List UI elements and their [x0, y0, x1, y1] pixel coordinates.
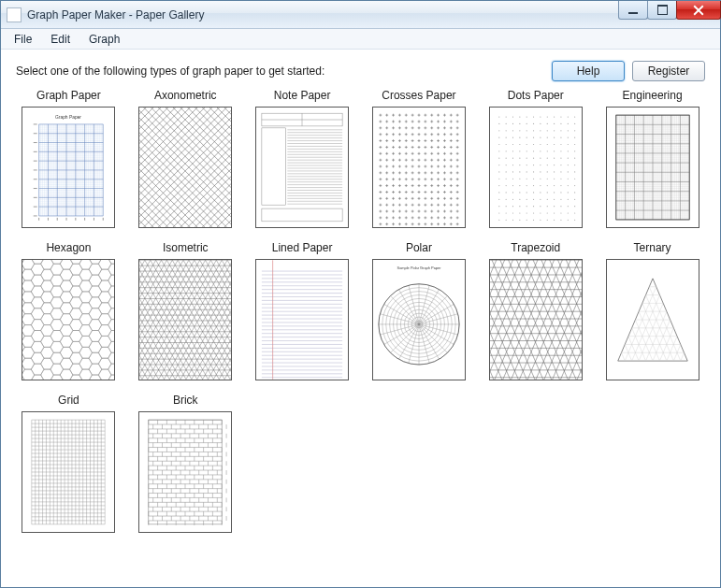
svg-line-204 — [139, 108, 231, 227]
svg-point-912 — [560, 206, 561, 207]
svg-point-920 — [533, 212, 534, 213]
svg-line-1143 — [142, 260, 211, 379]
svg-point-854 — [574, 171, 575, 172]
paper-item-lined[interactable]: Lined Paper — [253, 241, 352, 380]
svg-point-752 — [533, 117, 534, 118]
svg-point-929 — [512, 220, 513, 221]
paper-item-isometric[interactable]: Isometric — [137, 241, 235, 380]
menu-graph[interactable]: Graph — [81, 31, 127, 48]
svg-point-897 — [540, 199, 541, 200]
svg-line-1092 — [151, 260, 220, 379]
paper-thumbnail[interactable] — [255, 259, 349, 380]
svg-point-756 — [560, 117, 561, 118]
paper-item-trapezoid[interactable]: Trapezoid — [486, 241, 584, 380]
svg-point-868 — [505, 185, 506, 186]
svg-point-804 — [560, 144, 561, 145]
menu-file[interactable]: File — [7, 31, 39, 48]
svg-point-871 — [526, 185, 526, 186]
paper-thumbnail[interactable] — [138, 107, 232, 228]
svg-point-836 — [533, 165, 534, 165]
svg-point-824 — [533, 158, 534, 159]
paper-thumbnail[interactable] — [138, 259, 232, 380]
paper-item-axon[interactable]: Axonometric — [137, 89, 235, 228]
svg-point-785 — [512, 137, 513, 138]
svg-point-790 — [546, 137, 547, 138]
svg-point-881 — [512, 192, 513, 193]
paper-thumbnail[interactable] — [138, 411, 232, 533]
menu-edit[interactable]: Edit — [43, 31, 78, 48]
paper-thumbnail[interactable] — [255, 107, 349, 228]
paper-item-grid[interactable]: Grid — [20, 394, 118, 533]
svg-line-1140 — [139, 260, 195, 379]
svg-line-1387 — [642, 303, 666, 361]
svg-point-828 — [560, 158, 561, 159]
svg-point-867 — [498, 185, 499, 186]
svg-point-853 — [567, 171, 568, 172]
svg-line-1238 — [419, 324, 447, 352]
svg-line-1094 — [162, 260, 230, 379]
svg-point-878 — [574, 185, 575, 186]
paper-thumbnail[interactable] — [606, 259, 699, 380]
svg-point-862 — [546, 179, 547, 179]
paper-thumbnail[interactable] — [372, 107, 466, 228]
svg-point-797 — [512, 144, 513, 145]
paper-item-dots[interactable]: Dots Paper — [486, 89, 584, 228]
paper-thumbnail[interactable] — [489, 259, 583, 380]
svg-line-1251 — [398, 290, 419, 324]
svg-line-1369 — [621, 352, 625, 361]
svg-point-793 — [567, 137, 568, 138]
svg-line-154 — [198, 108, 231, 227]
paper-thumbnail[interactable] — [489, 107, 583, 228]
svg-line-137 — [139, 108, 202, 227]
svg-point-758 — [574, 117, 575, 118]
paper-item-brick[interactable]: Brick — [137, 394, 235, 533]
paper-item-note[interactable]: Note Paper — [253, 89, 352, 228]
paper-item-polar[interactable]: PolarSample Polar Graph Paper — [370, 241, 469, 380]
minimize-button[interactable] — [618, 1, 648, 20]
svg-line-1255 — [419, 290, 440, 324]
svg-point-914 — [574, 206, 575, 207]
svg-point-791 — [554, 137, 555, 138]
svg-point-840 — [560, 165, 561, 165]
svg-line-144 — [139, 108, 231, 227]
svg-point-919 — [526, 212, 526, 213]
svg-line-1370 — [680, 352, 684, 361]
maximize-button[interactable] — [647, 1, 677, 20]
svg-line-143 — [139, 108, 231, 227]
paper-item-graph[interactable]: Graph PaperGraph Paper — [20, 89, 118, 228]
svg-point-814 — [546, 151, 547, 151]
svg-point-937 — [567, 220, 568, 221]
paper-label: Hexagon — [46, 241, 91, 256]
svg-point-847 — [526, 171, 526, 172]
paper-thumbnail[interactable] — [22, 259, 115, 380]
svg-line-1148 — [170, 260, 232, 379]
paper-item-crosses[interactable]: Crosses Paper — [370, 89, 469, 228]
paper-item-ternary[interactable]: Ternary — [603, 241, 701, 380]
paper-thumbnail[interactable]: Sample Polar Graph Paper — [372, 259, 466, 380]
svg-rect-278 — [262, 208, 342, 222]
help-button[interactable]: Help — [552, 61, 625, 81]
svg-point-751 — [526, 117, 526, 118]
svg-point-800 — [533, 144, 534, 145]
svg-point-778 — [546, 130, 547, 131]
register-button[interactable]: Register — [632, 61, 705, 81]
svg-point-921 — [540, 212, 541, 213]
svg-point-755 — [554, 117, 555, 118]
svg-point-766 — [546, 123, 547, 124]
svg-point-922 — [546, 212, 547, 213]
close-button[interactable] — [676, 1, 721, 20]
svg-line-145 — [139, 108, 231, 227]
paper-thumbnail[interactable] — [22, 411, 115, 533]
svg-line-1157 — [219, 260, 231, 379]
svg-line-1132 — [139, 260, 151, 379]
svg-point-754 — [546, 117, 547, 118]
svg-line-1244 — [390, 324, 418, 352]
paper-item-engineering[interactable]: Engineering — [603, 89, 701, 228]
svg-rect-1675 — [149, 420, 222, 524]
svg-line-139 — [139, 108, 216, 227]
paper-item-hexagon[interactable]: Hexagon — [20, 241, 118, 380]
paper-thumbnail[interactable] — [606, 107, 699, 228]
svg-point-913 — [567, 206, 568, 207]
svg-point-910 — [546, 206, 547, 207]
paper-thumbnail[interactable]: Graph Paper — [22, 107, 115, 228]
